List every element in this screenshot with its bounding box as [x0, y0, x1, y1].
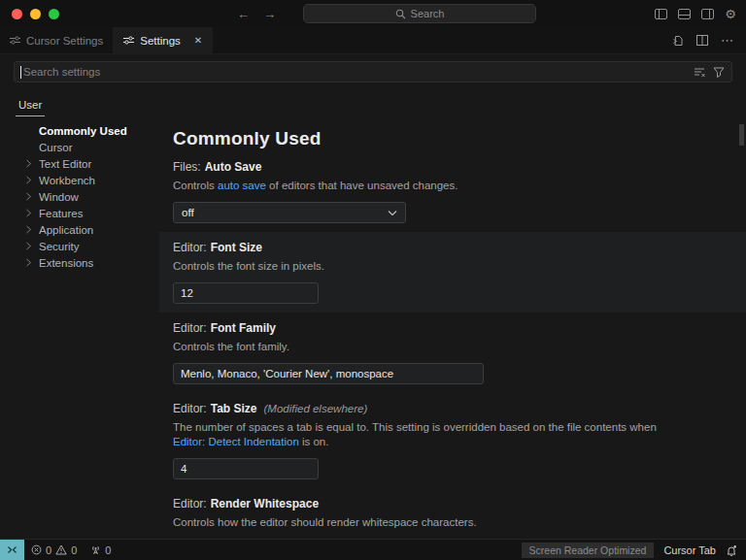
- setting-description: Controls how the editor should render wh…: [173, 515, 678, 530]
- toc-item-workbench[interactable]: Workbench: [0, 172, 159, 188]
- open-settings-json-icon[interactable]: [672, 35, 684, 47]
- detect-indentation-link[interactable]: Editor: Detect Indentation: [173, 436, 299, 447]
- warning-count: 0: [71, 544, 77, 556]
- settings-editor: Search settings User: [0, 54, 746, 539]
- modified-elsewhere-badge: (Modified elsewhere): [263, 403, 367, 414]
- toc-item-text-editor[interactable]: Text Editor: [0, 155, 159, 172]
- setting-description: Controls auto save of editors that have …: [173, 179, 678, 193]
- titlebar: ← → Search ⚙: [0, 0, 746, 27]
- settings-toc: Commonly Used Cursor Text Editor Workben…: [0, 116, 159, 539]
- setting-row-editor-font-family: Editor:Font Family Controls the font fam…: [159, 313, 746, 393]
- chevron-right-icon: [25, 225, 32, 234]
- toc-item-commonly-used[interactable]: Commonly Used: [0, 122, 159, 139]
- close-window-icon[interactable]: [12, 9, 22, 19]
- toggle-primary-sidebar-icon[interactable]: [655, 9, 667, 19]
- toc-item-window[interactable]: Window: [0, 188, 159, 205]
- error-count: 0: [46, 544, 51, 556]
- settings-list: Commonly Used Files:Auto Save Controls a…: [159, 116, 746, 539]
- search-icon: [395, 9, 406, 19]
- remote-indicator[interactable]: [0, 540, 24, 560]
- back-arrow-icon[interactable]: ←: [237, 7, 250, 21]
- close-tab-icon[interactable]: ✕: [194, 35, 202, 46]
- toc-item-security[interactable]: Security: [0, 238, 159, 254]
- command-center-placeholder: Search: [411, 8, 445, 19]
- setting-row-files-auto-save: Files:Auto Save Controls auto save of ed…: [159, 151, 746, 232]
- filter-icon[interactable]: [713, 67, 725, 78]
- auto-save-select[interactable]: off: [173, 202, 406, 223]
- toggle-panel-icon[interactable]: [678, 9, 691, 19]
- setting-description: Controls the font size in pixels.: [173, 259, 678, 274]
- app-window: ← → Search ⚙: [0, 0, 746, 560]
- settings-search-placeholder: Search settings: [23, 66, 694, 78]
- tab-label: Settings: [140, 35, 181, 47]
- page-title: Commonly Used: [173, 128, 746, 149]
- gear-icon[interactable]: ⚙: [725, 8, 736, 20]
- traffic-lights: [12, 9, 59, 19]
- setting-label: Editor:Font Size: [173, 241, 732, 254]
- zoom-window-icon[interactable]: [49, 9, 59, 19]
- clear-search-icon[interactable]: [694, 67, 705, 78]
- settings-sliders-icon: [123, 36, 134, 45]
- font-size-input[interactable]: [173, 282, 319, 304]
- cursor-tab-status[interactable]: Cursor Tab: [663, 544, 716, 556]
- chevron-right-icon: [25, 258, 32, 267]
- toc-item-cursor[interactable]: Cursor: [0, 139, 159, 155]
- warning-triangle-icon: [55, 544, 67, 555]
- minimize-window-icon[interactable]: [30, 9, 41, 19]
- setting-label: Editor:Render Whitespace: [173, 497, 732, 511]
- setting-label: Files:Auto Save: [173, 160, 732, 174]
- font-family-input[interactable]: [173, 363, 484, 384]
- problems-status[interactable]: 0 0: [24, 544, 84, 556]
- setting-row-editor-font-size: Editor:Font Size Controls the font size …: [159, 232, 746, 313]
- settings-sliders-icon: [10, 36, 20, 45]
- tab-label: Cursor Settings: [26, 35, 103, 47]
- auto-save-link[interactable]: auto save: [218, 180, 266, 191]
- tab-settings[interactable]: Settings ✕: [114, 27, 213, 53]
- setting-label: Editor:Tab Size(Modified elsewhere): [173, 402, 732, 415]
- tab-size-input[interactable]: [173, 458, 319, 479]
- text-caret: [20, 66, 21, 79]
- split-editor-icon[interactable]: [696, 35, 708, 46]
- error-circle-icon: [31, 544, 42, 555]
- ports-count: 0: [105, 544, 111, 556]
- settings-scope-tabs: User: [0, 89, 746, 116]
- forward-arrow-icon[interactable]: →: [263, 7, 276, 21]
- toc-item-extensions[interactable]: Extensions: [0, 254, 159, 271]
- chevron-right-icon: [25, 242, 32, 250]
- chevron-right-icon: [25, 159, 32, 168]
- tab-user-scope[interactable]: User: [16, 96, 45, 116]
- statusbar: 0 0 0 Screen Reader Optimized Cursor Tab: [0, 539, 746, 560]
- remote-icon: [7, 545, 17, 554]
- radio-tower-icon: [90, 544, 101, 555]
- chevron-right-icon: [25, 176, 32, 184]
- setting-description: The number of spaces a tab is equal to. …: [173, 420, 678, 449]
- command-center-search[interactable]: Search: [303, 4, 536, 23]
- toggle-secondary-sidebar-icon[interactable]: [701, 9, 714, 19]
- notifications-bell-icon[interactable]: [726, 544, 737, 556]
- setting-description: Controls the font family.: [173, 340, 678, 354]
- setting-row-editor-tab-size: Editor:Tab Size(Modified elsewhere) The …: [159, 393, 746, 488]
- ports-status[interactable]: 0: [84, 544, 118, 556]
- chevron-right-icon: [25, 192, 32, 201]
- tab-cursor-settings[interactable]: Cursor Settings: [0, 27, 114, 53]
- setting-row-editor-render-whitespace: Editor:Render Whitespace Controls how th…: [159, 488, 746, 539]
- chevron-down-icon: [388, 210, 397, 216]
- more-actions-icon[interactable]: ⋯: [721, 33, 734, 48]
- toc-item-application[interactable]: Application: [0, 221, 159, 238]
- screen-reader-optimized-button[interactable]: Screen Reader Optimized: [522, 543, 655, 558]
- settings-search-input[interactable]: Search settings: [14, 61, 732, 82]
- setting-label: Editor:Font Family: [173, 321, 732, 335]
- toc-item-features[interactable]: Features: [0, 205, 159, 221]
- chevron-right-icon: [25, 209, 32, 217]
- vertical-scrollbar[interactable]: [739, 124, 744, 146]
- editor-tabbar: Cursor Settings Settings ✕ ⋯: [0, 27, 746, 54]
